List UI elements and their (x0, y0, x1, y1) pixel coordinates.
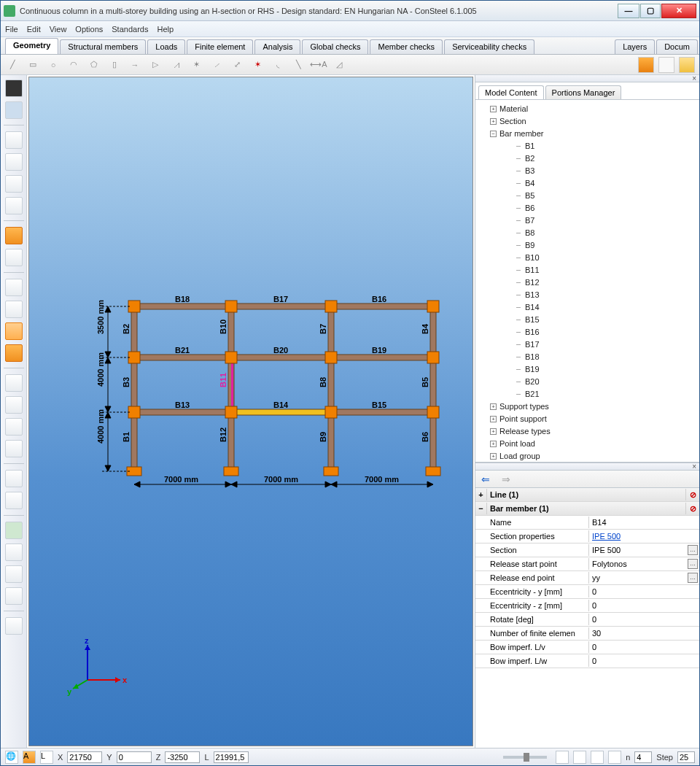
camera-icon[interactable] (658, 57, 674, 73)
dimension-icon[interactable]: ⟷A (311, 58, 326, 72)
close-button[interactable]: ✕ (661, 4, 696, 18)
tree-tab-model-content[interactable]: Model Content (478, 85, 544, 99)
tree-item[interactable]: B16 (475, 326, 699, 338)
tree-item[interactable]: +Point support (475, 413, 699, 425)
check-green-icon[interactable] (5, 522, 23, 539)
undo-icon[interactable] (5, 101, 23, 119)
menu-view[interactable]: View (50, 25, 67, 34)
status-icon-1[interactable] (556, 751, 569, 764)
globe-icon[interactable]: 🌐 (5, 751, 18, 764)
view-top-icon[interactable] (5, 153, 23, 171)
tab-member-checks[interactable]: Member checks (370, 39, 443, 54)
tree-item[interactable]: B12 (475, 276, 699, 289)
tree-tab-portions[interactable]: Portions Manager (545, 85, 622, 99)
tab-structural-members[interactable]: Structural members (60, 39, 146, 54)
tree-item[interactable]: B3 (475, 165, 699, 177)
tree-item[interactable]: B14 (475, 301, 699, 314)
close-icon[interactable]: × (692, 75, 696, 82)
tree-item[interactable]: +Point load (475, 438, 699, 450)
tree-item[interactable]: B21 (475, 388, 699, 401)
prop-row[interactable]: Number of finite elemen30 (475, 627, 699, 641)
tab-global-checks[interactable]: Global checks (302, 39, 368, 54)
divide-icon[interactable]: ✶ (250, 58, 265, 72)
colorbar-icon[interactable] (5, 418, 23, 436)
label-a-icon[interactable] (5, 470, 23, 487)
layers-icon[interactable] (638, 57, 654, 73)
draw-circle-icon[interactable]: ○ (46, 58, 61, 72)
trim-icon[interactable]: ⟋ (209, 58, 224, 72)
draw-line-icon[interactable]: ╱ (5, 58, 20, 72)
tree-item[interactable]: B10 (475, 252, 699, 264)
view-iso-icon[interactable] (5, 131, 23, 149)
prop-row[interactable]: Release end pointyy… (475, 571, 699, 585)
tab-layers[interactable]: Layers (615, 39, 655, 54)
mirror-icon[interactable]: ⩘ (168, 58, 183, 72)
move-icon[interactable]: → (128, 58, 142, 72)
view-3d-icon[interactable] (5, 227, 23, 244)
texture-icon[interactable] (5, 344, 23, 362)
menu-options[interactable]: Options (75, 25, 103, 34)
tree-item[interactable]: B2 (475, 152, 699, 165)
status-icon-3[interactable] (591, 751, 604, 764)
prop-row[interactable]: SectionIPE 500… (475, 543, 699, 557)
menu-file[interactable]: File (5, 25, 18, 34)
step-input[interactable] (677, 751, 695, 763)
snap-a-icon[interactable]: A (23, 751, 36, 764)
tree-item[interactable]: B19 (475, 363, 699, 376)
tab-geometry[interactable]: Geometry (5, 38, 58, 54)
tab-serviceability-checks[interactable]: Serviceability checks (444, 39, 534, 54)
n-input[interactable] (634, 751, 652, 763)
x-input[interactable] (67, 751, 102, 763)
tree-item[interactable]: +Section (475, 115, 699, 128)
menu-standards[interactable]: Standards (112, 25, 148, 34)
prop-row[interactable]: Rotate [deg]0 (475, 613, 699, 627)
tab-analysis[interactable]: Analysis (254, 39, 300, 54)
results2-icon[interactable] (5, 440, 23, 457)
minimize-button[interactable]: — (618, 4, 639, 18)
tree-item[interactable]: B1 (475, 140, 699, 152)
label-b-icon[interactable] (5, 492, 23, 509)
intersect-icon[interactable]: ✶ (189, 58, 203, 72)
save-icon[interactable] (5, 80, 23, 97)
na2-icon[interactable] (5, 565, 23, 583)
prop-header[interactable]: −Bar member (1)⊘ (475, 502, 699, 516)
close-icon[interactable]: × (692, 463, 696, 471)
ucs-icon[interactable]: L (40, 751, 53, 764)
z-input[interactable] (165, 751, 200, 763)
viewport[interactable]: 3500 mm 4000 mm 4000 mm 7000 mm 7000 mm … (28, 77, 473, 746)
tree-item[interactable]: B8 (475, 227, 699, 239)
prop-row[interactable]: Bow imperf. L/v0 (475, 641, 699, 654)
window-icon[interactable] (5, 617, 23, 635)
folder-icon[interactable] (679, 57, 695, 73)
view-side-icon[interactable] (5, 197, 23, 214)
prop-row[interactable]: Release start pointFolytonos… (475, 557, 699, 571)
tree-item[interactable]: −Bar member (475, 128, 699, 140)
tree-item[interactable]: B11 (475, 264, 699, 276)
tree-item[interactable]: B6 (475, 202, 699, 214)
tree-item[interactable]: B7 (475, 214, 699, 227)
grid-icon[interactable] (5, 249, 23, 266)
tree-item[interactable]: +Support types (475, 401, 699, 413)
prop-header[interactable]: +Line (1)⊘ (475, 488, 699, 502)
menu-edit[interactable]: Edit (27, 25, 41, 34)
chamfer-icon[interactable]: ╲ (291, 58, 306, 72)
tree-item[interactable]: B5 (475, 190, 699, 202)
tree-item[interactable]: B4 (475, 177, 699, 190)
draw-poly-icon[interactable]: ⬠ (87, 58, 101, 72)
maximize-button[interactable]: ▢ (640, 4, 661, 18)
shade-icon[interactable] (5, 301, 23, 318)
measure-icon[interactable]: ◿ (332, 58, 346, 72)
prop-row[interactable]: Eccentricity - y [mm]0 (475, 585, 699, 599)
status-icon-4[interactable] (608, 751, 621, 764)
tab-documentation[interactable]: Docum (656, 39, 698, 54)
menu-help[interactable]: Help (157, 25, 174, 34)
na-icon[interactable] (5, 543, 23, 561)
copy-icon[interactable]: ▷ (148, 58, 163, 72)
na3-icon[interactable] (5, 587, 23, 605)
y-input[interactable] (117, 751, 152, 763)
tab-loads[interactable]: Loads (147, 39, 185, 54)
status-icon-2[interactable] (573, 751, 586, 764)
draw-rect-icon[interactable]: ▭ (26, 58, 40, 72)
tab-finite-element[interactable]: Finite element (187, 39, 253, 54)
zoom-slider[interactable] (503, 756, 547, 759)
